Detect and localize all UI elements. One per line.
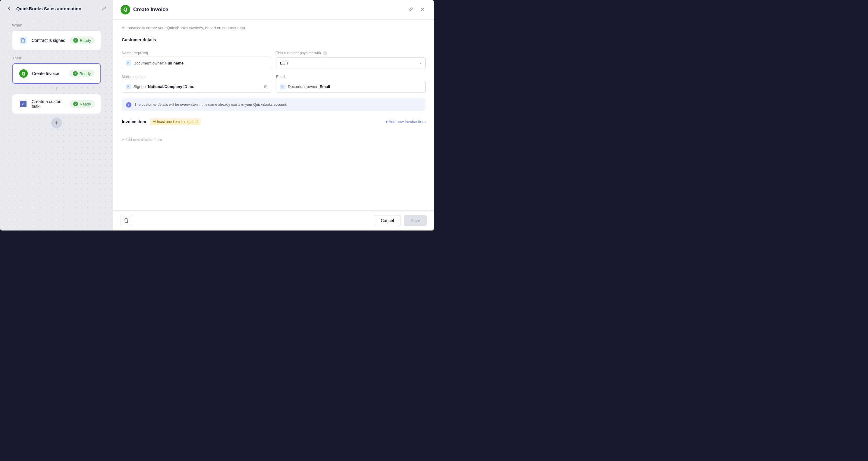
invoice-item-title: Invoice item (122, 119, 146, 124)
svg-rect-2 (127, 85, 130, 89)
edit-action-button[interactable] (409, 7, 413, 12)
filter-icon[interactable]: ⊞ (264, 84, 267, 89)
mobile-field[interactable]: Signee: National/Company ID no. ⊞ (122, 81, 271, 93)
cancel-button[interactable]: Cancel (374, 215, 401, 226)
page-title: QuickBooks Sales automation (16, 6, 97, 11)
when-section: When Contract is signed ✓ Ready (12, 23, 101, 50)
doc-icon-email (280, 84, 285, 90)
currency-select[interactable]: EUR ▾ (276, 57, 426, 69)
then-label: Then (12, 56, 101, 60)
name-currency-row: Name (required) Document owner: Full nam… (122, 51, 426, 69)
right-panel: Q Create Invoice ✕ Automatically create … (113, 0, 434, 230)
contract-icon (19, 36, 28, 45)
warning-badge: At least one item is required (150, 118, 201, 125)
doc-icon-mobile (126, 84, 131, 90)
then-section: Then Q Create Invoice ✓ Ready ↓ (12, 56, 101, 114)
info-box: i The customer details will be overwritt… (122, 98, 426, 111)
checkbox-icon: ✓ (19, 99, 28, 109)
add-invoice-item-bottom-button[interactable]: + Add new invoice item (122, 135, 426, 144)
name-field-text: Document owner: Full name (133, 61, 184, 65)
connector-arrow: ↓ (12, 84, 101, 94)
footer-actions: Cancel Save (374, 215, 427, 226)
right-panel-title: Create Invoice (133, 7, 406, 13)
add-step-button[interactable]: + (51, 118, 62, 128)
invoice-section-header: Invoice item At least one item is requir… (122, 118, 426, 125)
right-body: Automatically create your QuickBooks inv… (113, 20, 434, 210)
quickbooks-icon: Q (19, 69, 28, 78)
step-task-name: Create a custom task (32, 99, 66, 109)
doc-icon (126, 60, 131, 66)
name-label: Name (required) (122, 51, 271, 55)
divider (122, 130, 426, 130)
panel-subtitle: Automatically create your QuickBooks inv… (122, 26, 426, 30)
name-group: Name (required) Document owner: Full nam… (122, 51, 271, 69)
qb-logo-icon: Q (121, 5, 130, 14)
step2-ready-label: Ready (79, 71, 91, 76)
mobile-field-text: Signee: National/Company ID no. (133, 84, 194, 89)
close-panel-button[interactable]: ✕ (418, 5, 427, 14)
currency-group: This customer pays me with EUR ▾ (276, 51, 426, 69)
workflow-content: When Contract is signed ✓ Ready (0, 17, 113, 230)
delete-button[interactable] (121, 215, 132, 226)
email-field[interactable]: Document owner: Email (276, 81, 426, 93)
edit-title-button[interactable] (100, 4, 108, 13)
check-icon-3: ✓ (73, 101, 78, 106)
email-label: Email (276, 75, 426, 79)
step1-ready-badge: ✓ Ready (70, 36, 95, 44)
currency-label: This customer pays me with (276, 51, 426, 56)
customer-details-title: Customer details (122, 37, 426, 46)
right-header: Q Create Invoice ✕ (113, 0, 434, 20)
right-footer: Cancel Save (113, 210, 434, 230)
svg-rect-1 (127, 61, 130, 65)
step1-ready-label: Ready (80, 38, 91, 43)
info-icon: i (126, 102, 131, 107)
back-button[interactable] (5, 4, 13, 13)
info-text: The customer details will be overwritten… (134, 102, 287, 107)
name-field[interactable]: Document owner: Full name (122, 57, 271, 69)
email-field-text: Document owner: Email (288, 84, 330, 89)
left-panel: QuickBooks Sales automation When (0, 0, 113, 230)
step2-ready-badge: ✓ Ready (69, 70, 94, 78)
mobile-email-row: Mobile number Signee: National/Company I… (122, 75, 426, 93)
step-contract-name: Contract is signed (32, 38, 66, 43)
check-icon: ✓ (73, 38, 78, 43)
svg-rect-3 (281, 85, 284, 89)
step-custom-task[interactable]: ✓ Create a custom task ✓ Ready (12, 94, 101, 114)
email-group: Email Document owner: Email (276, 75, 426, 93)
step-contract-signed[interactable]: Contract is signed ✓ Ready (12, 30, 101, 50)
mobile-label: Mobile number (122, 75, 271, 79)
chevron-down-icon: ▾ (420, 61, 422, 65)
step-create-invoice[interactable]: Q Create Invoice ✓ Ready (12, 63, 101, 84)
step3-ready-label: Ready (80, 102, 91, 106)
when-label: When (12, 23, 101, 27)
step3-ready-badge: ✓ Ready (70, 100, 95, 108)
mobile-group: Mobile number Signee: National/Company I… (122, 75, 271, 93)
currency-value: EUR (280, 61, 288, 65)
check-icon-2: ✓ (73, 71, 78, 76)
left-header: QuickBooks Sales automation (0, 0, 113, 17)
add-invoice-item-button[interactable]: + Add new invoice item (385, 119, 426, 124)
save-button[interactable]: Save (404, 215, 427, 226)
step-invoice-name: Create Invoice (32, 71, 66, 76)
